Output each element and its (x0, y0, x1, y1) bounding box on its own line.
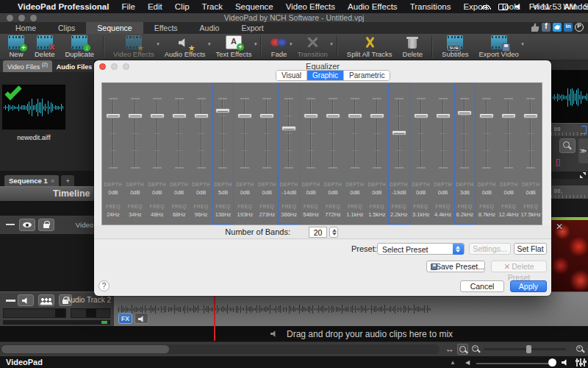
fit-width-icon[interactable]: ↔ (445, 344, 454, 354)
set-flat-button[interactable]: Set Flat (514, 243, 547, 255)
slider-handle[interactable] (457, 110, 472, 116)
apply-button[interactable]: Apply (510, 280, 547, 292)
menu-item-track[interactable]: Track (202, 2, 223, 11)
horizontal-scrollbar[interactable] (0, 344, 440, 354)
display-mirroring-icon[interactable] (498, 4, 508, 10)
cancel-button[interactable]: Cancel (460, 280, 504, 292)
stepper-up-icon[interactable] (332, 229, 337, 232)
menu-item-sequence[interactable]: Sequence (235, 2, 273, 11)
set-region-button[interactable]: [] (556, 156, 570, 169)
speaker-icon[interactable] (562, 359, 568, 366)
track-visibility-button[interactable] (19, 219, 35, 231)
volume-slider-thumb[interactable] (548, 358, 556, 367)
slider-thumb[interactable] (86, 309, 96, 317)
slider-handle[interactable] (106, 113, 121, 118)
scrollbar-thumb[interactable] (1, 345, 169, 353)
fx-button[interactable]: FX (118, 313, 132, 324)
slider-thumb[interactable] (55, 309, 65, 317)
tab-audio-files[interactable]: Audio Files ( (52, 60, 100, 72)
volume-icon[interactable] (515, 4, 522, 10)
audio-effects-button[interactable]: ★Audio Effects▾ (159, 34, 211, 60)
menu-item-file[interactable]: File (121, 2, 135, 11)
pan-slider[interactable] (71, 308, 110, 318)
volume-min-icon[interactable]: ◀ (465, 359, 470, 366)
fade-button[interactable]: Fade▾ (265, 34, 292, 60)
slider-handle[interactable] (348, 113, 362, 118)
export-video-button[interactable]: Export Video▾ (474, 34, 524, 60)
text-effects-button[interactable]: +Text Effects▾ (211, 34, 257, 60)
number-of-bands-stepper[interactable] (329, 227, 338, 238)
menu-item-clip[interactable]: Clip (175, 2, 190, 11)
slider-handle[interactable] (282, 126, 296, 131)
menu-item-transitions[interactable]: Transitions (410, 2, 451, 11)
mixer-icon[interactable] (576, 358, 586, 367)
delete-button[interactable]: ×Delete (29, 34, 60, 60)
menu-item-audio-effects[interactable]: Audio Effects (348, 2, 398, 11)
delete-preset-button[interactable]: ✕Delete Preset (491, 261, 547, 272)
menu-item-video-effects[interactable]: Video Effects (286, 2, 335, 11)
slider-handle[interactable] (370, 113, 384, 118)
expand-panel-button[interactable]: ≫ (578, 138, 588, 163)
tab-export[interactable]: Export (230, 22, 274, 34)
clip-mute-button[interactable] (135, 313, 148, 324)
zoom-out-button[interactable]: − (470, 344, 481, 355)
settings-button[interactable]: Settings... (469, 243, 511, 255)
new-button[interactable]: +New (3, 34, 29, 60)
playhead[interactable] (214, 291, 215, 341)
tab-video-files[interactable]: Video Files (2) (3, 60, 52, 72)
slider-handle[interactable] (304, 113, 318, 118)
stepper-down-icon[interactable] (332, 233, 337, 236)
zoom-selection-button[interactable] (457, 344, 468, 355)
video-effects-button[interactable]: ★Video Effects▾ (108, 34, 159, 60)
audio-track-lane[interactable]: FX (114, 291, 588, 326)
zoom-in-button[interactable]: + (575, 344, 586, 355)
transition-button[interactable]: Transition▾ (292, 34, 332, 60)
slider-handle[interactable] (215, 108, 230, 113)
audio-clip-thumbnail[interactable] (2, 85, 65, 130)
track-mixer-button[interactable] (38, 294, 54, 306)
track-mute-button[interactable] (18, 294, 34, 306)
duplicate-button[interactable]: ↓Duplicate (60, 34, 99, 60)
tab-sequence[interactable]: Sequence (86, 22, 143, 34)
slider-handle[interactable] (237, 113, 252, 118)
slider-handle[interactable] (194, 113, 209, 118)
menu-item-edit[interactable]: Edit (148, 2, 162, 11)
split-all-tracks-button[interactable]: Split All Tracks (342, 34, 398, 60)
track-lock-button[interactable] (38, 219, 54, 231)
number-of-bands-input[interactable]: 20 (309, 227, 327, 238)
tab-audio[interactable]: Audio (189, 22, 231, 34)
zoom-button-small[interactable] (559, 138, 576, 153)
tab-parametric[interactable]: Parametric (344, 71, 390, 80)
slider-handle[interactable] (479, 113, 494, 118)
slider-handle[interactable] (436, 113, 451, 118)
slider-handle[interactable] (523, 113, 538, 118)
slider-handle[interactable] (501, 113, 516, 118)
slider-handle[interactable] (172, 113, 187, 118)
expand-up-icon[interactable]: ▲ (450, 359, 456, 366)
slider-handle[interactable] (414, 113, 429, 118)
delete-button[interactable]: Delete (398, 34, 428, 60)
tab-clips[interactable]: Clips (47, 22, 86, 34)
zoom-slider-thumb[interactable] (526, 345, 531, 353)
tab-graphic[interactable]: Graphic (307, 71, 344, 80)
slider-handle[interactable] (326, 113, 340, 118)
collapse-track-icon[interactable] (6, 300, 15, 302)
slider-handle[interactable] (392, 130, 406, 135)
save-preset-button[interactable]: Save Preset... (426, 261, 485, 272)
slider-handle[interactable] (259, 113, 274, 118)
timeline-zoom-slider[interactable] (484, 348, 566, 350)
menu-item-videopad-professional[interactable]: VideoPad Professional (18, 2, 109, 11)
remove-clip-icon[interactable]: ✕ (556, 222, 563, 232)
collapse-track-icon[interactable] (6, 224, 15, 225)
twitter-icon[interactable] (553, 23, 562, 32)
add-sequence-button[interactable]: + (61, 175, 74, 186)
audio-drop-zone[interactable]: Drag and drop your audio clips here to m… (0, 326, 588, 342)
help-button[interactable]: ? (98, 280, 110, 291)
subtitles-button[interactable]: SUBSubtitles (437, 34, 473, 60)
wifi-icon[interactable] (481, 4, 491, 10)
thumbs-up-icon[interactable] (531, 23, 539, 32)
tab-home[interactable]: Home (4, 22, 47, 34)
slider-handle[interactable] (150, 113, 165, 118)
tab-effects[interactable]: Effects (143, 22, 189, 34)
close-tab-icon[interactable]: × (51, 177, 55, 185)
